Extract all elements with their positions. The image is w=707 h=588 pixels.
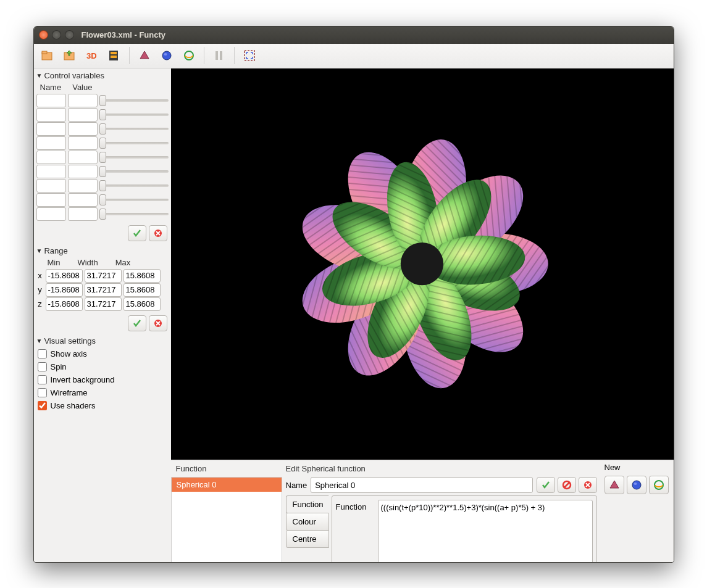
window-close-icon[interactable] bbox=[39, 30, 48, 39]
tab-function[interactable]: Function bbox=[286, 495, 329, 513]
spin-checkbox[interactable]: Spin bbox=[36, 361, 169, 373]
range-width-header: Width bbox=[77, 258, 98, 267]
cv-value-input[interactable] bbox=[68, 136, 98, 150]
editor-apply-button[interactable] bbox=[537, 477, 555, 493]
cv-row bbox=[36, 165, 169, 178]
cv-name-input[interactable] bbox=[36, 165, 66, 178]
svg-point-10 bbox=[185, 51, 193, 60]
svg-line-54 bbox=[564, 482, 569, 487]
cv-slider[interactable] bbox=[99, 180, 169, 191]
control-variables-header[interactable]: ▼ Control variables bbox=[36, 70, 169, 81]
range-cancel-button[interactable] bbox=[149, 315, 167, 331]
tab-centre[interactable]: Centre bbox=[286, 530, 329, 548]
cv-name-input[interactable] bbox=[36, 151, 66, 164]
range-min-input[interactable] bbox=[46, 269, 83, 283]
svg-marker-56 bbox=[610, 481, 619, 488]
wireframe-checkbox[interactable]: Wireframe bbox=[36, 387, 169, 399]
svg-text:3D: 3D bbox=[86, 51, 97, 60]
show-axis-label: Show axis bbox=[51, 349, 87, 358]
cv-value-input[interactable] bbox=[68, 207, 98, 221]
editor-delete-button[interactable] bbox=[579, 477, 597, 493]
new-sphere-button[interactable] bbox=[627, 476, 646, 494]
sphere-button[interactable] bbox=[157, 46, 177, 65]
range-width-input[interactable] bbox=[85, 297, 122, 311]
cv-slider[interactable] bbox=[99, 152, 169, 163]
parametric-button[interactable] bbox=[179, 46, 199, 65]
show-axis-checkbox[interactable]: Show axis bbox=[36, 348, 169, 360]
cv-name-input[interactable] bbox=[36, 108, 66, 122]
cv-value-header: Value bbox=[72, 83, 92, 92]
new-parametric-button[interactable] bbox=[649, 476, 669, 494]
cv-value-input[interactable] bbox=[68, 108, 98, 122]
range-width-input[interactable] bbox=[85, 269, 122, 283]
cv-name-input[interactable] bbox=[36, 193, 66, 207]
control-variables-title: Control variables bbox=[44, 71, 104, 80]
cv-row bbox=[36, 207, 169, 221]
save-button[interactable] bbox=[60, 46, 80, 65]
use-shaders-checkbox[interactable]: Use shaders bbox=[36, 400, 169, 412]
titlebar: Flower03.xml - Functy bbox=[34, 27, 674, 44]
name-input[interactable] bbox=[311, 477, 532, 493]
cv-slider[interactable] bbox=[99, 166, 169, 177]
render-preview bbox=[226, 111, 618, 416]
svg-point-57 bbox=[632, 481, 641, 489]
function-list[interactable]: Spherical 0 bbox=[171, 477, 282, 561]
window-maximize-icon[interactable] bbox=[65, 30, 74, 39]
cv-value-input[interactable] bbox=[68, 94, 98, 107]
cv-slider[interactable] bbox=[99, 123, 169, 135]
range-width-input[interactable] bbox=[85, 283, 122, 297]
editor-reset-button[interactable] bbox=[558, 477, 576, 493]
cv-name-input[interactable] bbox=[36, 179, 66, 193]
function-textarea[interactable] bbox=[378, 500, 593, 561]
export3d-button[interactable]: 3D bbox=[82, 46, 102, 65]
open-button[interactable] bbox=[38, 46, 57, 65]
cv-value-input[interactable] bbox=[68, 165, 98, 178]
visual-settings-header[interactable]: ▼ Visual settings bbox=[36, 335, 169, 347]
cv-name-header: Name bbox=[40, 83, 62, 92]
range-max-input[interactable] bbox=[123, 297, 161, 311]
range-header[interactable]: ▼ Range bbox=[36, 245, 169, 257]
cv-slider[interactable] bbox=[99, 138, 169, 149]
range-min-input[interactable] bbox=[46, 283, 83, 297]
range-apply-button[interactable] bbox=[128, 315, 146, 331]
main-toolbar: 3D bbox=[34, 44, 674, 68]
invert-bg-checkbox[interactable]: Invert background bbox=[36, 374, 169, 386]
cv-slider[interactable] bbox=[99, 109, 169, 120]
cv-name-input[interactable] bbox=[36, 207, 66, 221]
svg-point-58 bbox=[634, 482, 637, 485]
cv-value-input[interactable] bbox=[68, 193, 98, 207]
range-column-headers: Min Width Max bbox=[36, 258, 169, 267]
name-label: Name bbox=[286, 481, 307, 490]
pause-button[interactable] bbox=[209, 46, 229, 65]
cv-name-input[interactable] bbox=[36, 122, 66, 136]
new-panel: New bbox=[601, 460, 674, 561]
cartesian-button[interactable] bbox=[135, 46, 154, 65]
tab-colour[interactable]: Colour bbox=[286, 513, 329, 531]
cv-name-input[interactable] bbox=[36, 94, 66, 107]
range-max-input[interactable] bbox=[123, 283, 161, 297]
range-axis-label: x bbox=[36, 271, 44, 280]
cv-cancel-button[interactable] bbox=[149, 225, 167, 241]
fullscreen-button[interactable] bbox=[240, 46, 259, 65]
svg-rect-6 bbox=[111, 56, 117, 58]
cv-slider[interactable] bbox=[99, 194, 169, 205]
export-film-button[interactable] bbox=[104, 46, 124, 65]
range-min-input[interactable] bbox=[46, 297, 83, 311]
cv-name-input[interactable] bbox=[36, 136, 66, 150]
window-minimize-icon[interactable] bbox=[52, 30, 61, 39]
function-list-item[interactable]: Spherical 0 bbox=[172, 478, 282, 492]
cv-value-input[interactable] bbox=[68, 179, 98, 193]
cv-value-input[interactable] bbox=[68, 151, 98, 164]
3d-viewport[interactable] bbox=[171, 68, 674, 460]
new-cartesian-button[interactable] bbox=[605, 476, 624, 494]
range-max-input[interactable] bbox=[123, 269, 161, 283]
cv-row bbox=[36, 193, 169, 207]
cv-row bbox=[36, 179, 169, 193]
svg-point-9 bbox=[164, 53, 167, 56]
svg-rect-13 bbox=[245, 51, 254, 60]
toolbar-separator bbox=[204, 47, 204, 64]
cv-value-input[interactable] bbox=[68, 122, 98, 136]
cv-slider[interactable] bbox=[99, 95, 169, 106]
cv-apply-button[interactable] bbox=[128, 225, 146, 241]
cv-slider[interactable] bbox=[99, 209, 169, 220]
